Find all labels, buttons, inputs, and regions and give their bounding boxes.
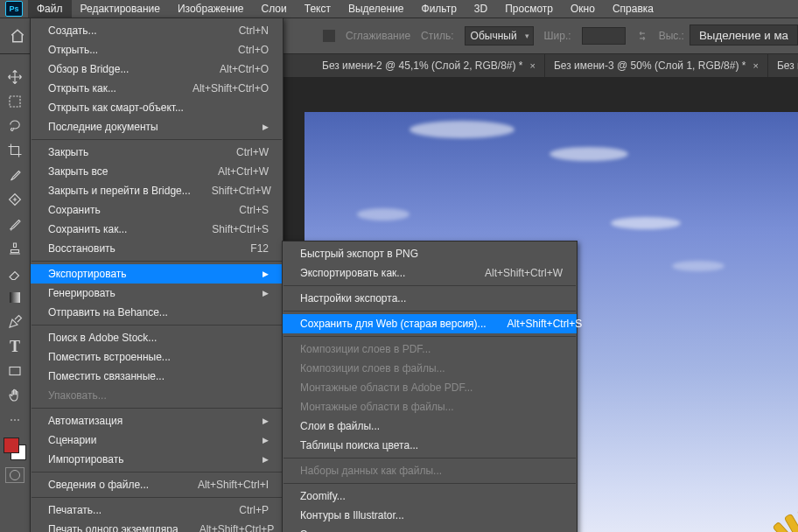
menu-separator (284, 458, 576, 458)
menu-item-label: Генерировать (48, 286, 116, 300)
menu-item[interactable]: Таблицы поиска цвета... (283, 436, 577, 455)
menu-item-shortcut: Ctrl+O (238, 43, 269, 57)
document-tab[interactable]: Без имени-2 @ 45,1% (Слой 2, RGB/8#) *× (313, 54, 545, 77)
color-swatches[interactable] (4, 438, 26, 460)
submenu-arrow-icon: ▶ (262, 120, 269, 134)
menu-item-label: Zoomify... (300, 489, 346, 503)
menubar-item-редактирование[interactable]: Редактирование (72, 0, 169, 18)
width-input[interactable] (582, 27, 626, 45)
menu-item[interactable]: Открыть как...Alt+Shift+Ctrl+O (31, 79, 283, 98)
menu-item[interactable]: Сведения о файле...Alt+Shift+Ctrl+I (31, 475, 283, 494)
menu-item[interactable]: Закрыть всеAlt+Ctrl+W (31, 162, 283, 181)
stamp-tool[interactable] (4, 238, 25, 259)
style-select[interactable]: Обычный (465, 26, 534, 46)
menu-item[interactable]: Закрыть и перейти в Bridge...Shift+Ctrl+… (31, 181, 283, 200)
svg-rect-2 (10, 292, 20, 303)
menubar-item-файл[interactable]: Файл (28, 0, 72, 18)
tab-title: Без имени-2 @ 45,1% (Слой 2, RGB/8#) * (322, 60, 523, 72)
tool-more[interactable]: ⋯ (4, 410, 25, 430)
menu-item: Монтажные области в Adobe PDF... (283, 378, 577, 397)
menu-item[interactable]: Настройки экспорта... (283, 289, 577, 308)
menu-item[interactable]: Сохранить для Web (старая версия)...Alt+… (283, 314, 577, 333)
menu-item[interactable]: Импортировать▶ (31, 450, 283, 469)
menu-item[interactable]: Поместить связанные... (31, 367, 283, 386)
menu-item[interactable]: ВосстановитьF12 (31, 239, 283, 258)
menu-item-shortcut: F12 (250, 242, 269, 256)
close-icon[interactable]: × (752, 60, 758, 71)
menu-item-shortcut: Ctrl+P (239, 503, 269, 517)
lasso-tool[interactable] (4, 116, 25, 136)
select-and-mask-button[interactable]: Выделение и ма (690, 24, 798, 46)
quick-mask-toggle[interactable] (5, 467, 24, 483)
gradient-tool[interactable] (4, 287, 25, 308)
document-tab[interactable]: Без имени-3 @ 50% (Слой 1, RGB/8#) *× (545, 54, 768, 77)
pen-tool[interactable] (4, 312, 25, 332)
file-menu: Создать...Ctrl+NОткрыть...Ctrl+OОбзор в … (30, 18, 284, 532)
rectangle-tool[interactable] (4, 360, 25, 382)
home-button[interactable] (7, 25, 28, 46)
menu-item[interactable]: СохранитьCtrl+S (31, 200, 283, 220)
menu-item[interactable]: Zoomify... (283, 486, 577, 506)
menubar: Ps ФайлРедактированиеИзображениеСлоиТекс… (0, 0, 798, 18)
menu-item-shortcut: Shift+Ctrl+S (212, 222, 269, 236)
menu-item[interactable]: Слои в файлы... (283, 416, 577, 436)
menu-item[interactable]: Автоматизация▶ (31, 411, 283, 430)
tab-title: Без имени-3 @ 50% (Слой 1, RGB/8#) * (554, 60, 746, 72)
close-icon[interactable]: × (530, 60, 536, 71)
healing-tool[interactable] (4, 189, 25, 210)
menu-item[interactable]: Обзор в Bridge...Alt+Ctrl+O (31, 60, 283, 79)
menu-item[interactable]: Открыть...Ctrl+O (31, 40, 283, 60)
menubar-item-текст[interactable]: Текст (296, 0, 340, 18)
type-tool[interactable]: T (4, 336, 25, 357)
menu-item[interactable]: Печатать...Ctrl+P (31, 500, 283, 520)
menu-item[interactable]: Экспортировать▶ (31, 264, 283, 284)
menubar-item-3d[interactable]: 3D (466, 0, 496, 18)
menu-item-label: Сохранить (48, 203, 101, 217)
eraser-tool[interactable] (4, 262, 25, 284)
menu-item-label: Композиции слоев в PDF... (300, 342, 430, 356)
marquee-tool[interactable] (4, 91, 25, 112)
swap-icon[interactable] (636, 30, 648, 42)
smoothing-checkbox[interactable] (323, 30, 335, 42)
svg-rect-0 (10, 96, 20, 107)
menu-item[interactable]: Поместить встроенные... (31, 347, 283, 367)
menubar-item-слои[interactable]: Слои (253, 0, 296, 18)
menu-item[interactable]: Открыть как смарт-объект... (31, 98, 283, 117)
menu-item-label: Закрыть и перейти в Bridge... (48, 184, 191, 198)
menubar-item-просмотр[interactable]: Просмотр (496, 0, 562, 18)
crop-tool[interactable] (4, 140, 25, 161)
menu-item[interactable]: Контуры в Illustrator... (283, 506, 577, 525)
menu-item: Композиции слоев в файлы... (283, 359, 577, 378)
move-tool[interactable] (4, 66, 25, 88)
fg-color-swatch[interactable] (4, 438, 19, 453)
brush-tool[interactable] (4, 214, 25, 234)
menu-item[interactable]: Экспортировать как...Alt+Shift+Ctrl+W (283, 263, 577, 283)
menubar-item-изображение[interactable]: Изображение (169, 0, 253, 18)
menu-item[interactable]: Генерировать▶ (31, 284, 283, 303)
export-submenu: Быстрый экспорт в PNGЭкспортировать как.… (282, 241, 578, 532)
menubar-item-выделение[interactable]: Выделение (340, 0, 413, 18)
eyedropper-tool[interactable] (4, 164, 25, 186)
menu-item[interactable]: ЗакрытьCtrl+W (31, 143, 283, 162)
menubar-item-фильтр[interactable]: Фильтр (413, 0, 466, 18)
hand-tool[interactable] (4, 385, 25, 406)
menu-item-label: Сохранить для Web (старая версия)... (300, 317, 486, 331)
menu-item-label: Создать... (48, 24, 97, 38)
menu-separator (32, 261, 282, 262)
menu-item[interactable]: Печать одного экземпляраAlt+Shift+Ctrl+P (31, 520, 283, 532)
menu-item[interactable]: Сценарии▶ (31, 430, 283, 450)
menu-item[interactable]: Создать...Ctrl+N (31, 21, 283, 40)
menu-item[interactable]: Быстрый экспорт в PNG (283, 244, 577, 263)
menu-item-label: Слои в файлы... (300, 419, 380, 433)
menu-item[interactable]: Последние документы▶ (31, 117, 283, 136)
menu-item[interactable]: Сохранить как...Shift+Ctrl+S (31, 220, 283, 239)
menubar-item-окно[interactable]: Окно (562, 0, 604, 18)
menu-item-label: Поместить встроенные... (48, 350, 171, 364)
menubar-item-справка[interactable]: Справка (604, 0, 662, 18)
document-tab[interactable]: Без им (768, 54, 798, 77)
menu-item[interactable]: Поиск в Adobe Stock... (31, 328, 283, 347)
height-label: Выс.: (659, 30, 684, 42)
menu-item-label: Автоматизация (48, 414, 122, 428)
menu-item[interactable]: Экспорт видео... (283, 525, 577, 532)
menu-item[interactable]: Отправить на Behance... (31, 303, 283, 322)
